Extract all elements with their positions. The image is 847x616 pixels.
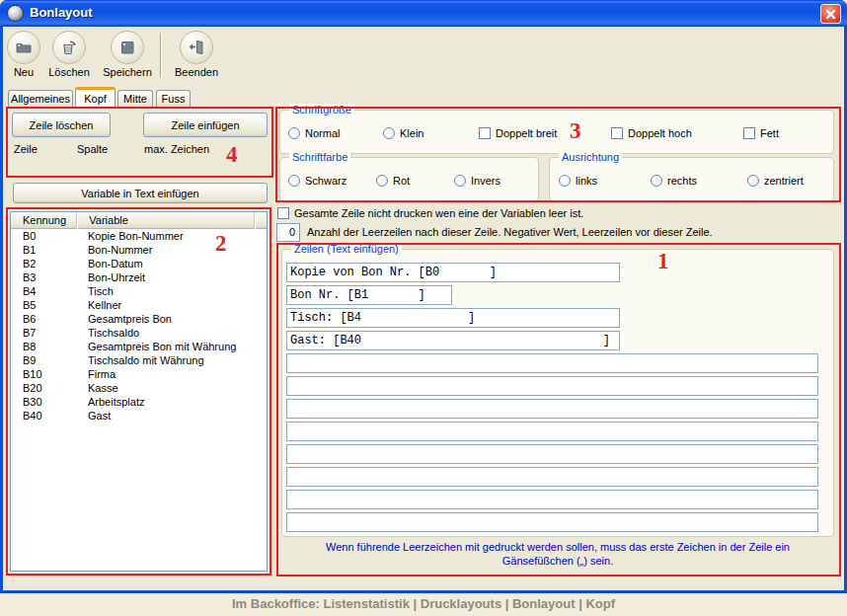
delete-line-button-label: Zeile löschen [30, 119, 94, 131]
tab-kopf[interactable]: Kopf [75, 87, 116, 107]
radio-invers[interactable]: Invers [454, 174, 500, 188]
delete-button-circle [52, 31, 86, 64]
insert-variable-button-label: Variable in Text einfügen [81, 188, 198, 199]
table-row[interactable]: B8Gesamtpreis Bon mit Währung [11, 340, 267, 353]
tab-mitte-label: Mitte [123, 93, 147, 105]
radio-normal[interactable]: Normal [288, 126, 340, 140]
line-field-2[interactable]: Bon Nr. [B1 ] [286, 285, 452, 305]
cell-variable: Tischsaldo mit Währung [78, 353, 204, 367]
radio-rechts[interactable]: rechts [651, 174, 697, 188]
radio-rot[interactable]: Rot [376, 174, 410, 188]
radio-klein-label: Klein [400, 127, 424, 139]
cell-kennung: B1 [11, 243, 78, 257]
new-button[interactable]: Neu [4, 31, 43, 78]
radio-normal-icon[interactable] [288, 127, 300, 139]
table-row[interactable]: B6Gesamtpreis Bon [11, 312, 267, 326]
max-chars-label: max. Zeichen [144, 143, 209, 155]
checkbox-fett-icon[interactable] [743, 127, 755, 139]
table-row[interactable]: B9Tischsaldo mit Währung [11, 353, 267, 367]
font-color-group-title: Schriftfarbe [289, 151, 350, 163]
radio-links-label: links [576, 175, 597, 187]
line-field-3[interactable]: Tisch: [B4 ] [286, 308, 620, 328]
table-row[interactable]: B4Tisch [11, 284, 267, 298]
cell-kennung: B6 [11, 312, 78, 326]
save-button[interactable]: Speichern [98, 31, 157, 78]
checkbox-fett[interactable]: Fett [743, 126, 779, 140]
table-row[interactable]: B30Arbeitsplatz [11, 395, 267, 409]
line-field-4[interactable]: Gast: [B40 ] [286, 331, 620, 350]
cell-kennung: B4 [11, 284, 78, 298]
table-row[interactable]: B1Bon-Nummer [11, 243, 267, 257]
blank-lines-input[interactable]: 0 [276, 223, 300, 242]
exit-button[interactable]: Beenden [166, 31, 227, 78]
cell-kennung: B2 [11, 257, 78, 270]
cell-variable: Bon-Datum [78, 257, 143, 270]
table-row[interactable]: B10Firma [11, 367, 267, 381]
checkbox-hide-empty-line-label: Gesamte Zeile nicht drucken wen eine der… [294, 207, 583, 219]
line-label: Zeile [14, 143, 38, 155]
line-field-5[interactable] [286, 353, 818, 373]
table-row[interactable]: B2Bon-Datum [11, 257, 267, 270]
table-row[interactable]: B20Kasse [11, 381, 267, 395]
variable-table-header[interactable]: Kennung Variable [11, 212, 267, 229]
close-button[interactable] [820, 4, 841, 24]
checkbox-doppelt-breit-icon[interactable] [479, 127, 491, 139]
variable-table-body: B0Kopie Bon-Nummer B1Bon-Nummer B2Bon-Da… [11, 229, 267, 423]
cell-kennung: B3 [11, 270, 78, 284]
checkbox-doppelt-hoch[interactable]: Doppelt hoch [611, 126, 692, 140]
line-field-8[interactable] [286, 422, 818, 441]
delete-line-button[interactable]: Zeile löschen [12, 113, 111, 137]
tab-fuss[interactable]: Fuss [156, 90, 191, 107]
cell-variable: Kopie Bon-Nummer [78, 229, 184, 243]
radio-links[interactable]: links [559, 174, 597, 188]
radio-schwarz[interactable]: Schwarz [288, 174, 346, 188]
tab-mitte[interactable]: Mitte [117, 90, 153, 107]
table-row[interactable]: B5Kellner [11, 298, 267, 312]
table-row[interactable]: B3Bon-Uhrzeit [11, 270, 267, 284]
header-variable[interactable]: Variable [77, 212, 255, 229]
line-field-10[interactable] [286, 467, 818, 487]
line-field-11[interactable] [286, 490, 818, 509]
title-bar: Bonlayout [0, 0, 847, 27]
lines-group-title: Zeilen (Text einfügen) [291, 243, 402, 255]
radio-invers-icon[interactable] [454, 175, 466, 187]
insert-line-button[interactable]: Zeile einfügen [143, 113, 268, 137]
tab-allgemeines[interactable]: Allgemeines [8, 90, 73, 107]
line-field-6[interactable] [286, 376, 818, 396]
font-color-group: Schriftfarbe Schwarz Rot Invers [279, 157, 539, 201]
tab-fuss-label: Fuss [162, 93, 186, 105]
cell-kennung: B30 [11, 395, 78, 409]
variable-table[interactable]: Kennung Variable B0Kopie Bon-Nummer B1Bo… [10, 211, 268, 572]
delete-button[interactable]: Löschen [43, 31, 95, 78]
radio-links-icon[interactable] [559, 175, 571, 187]
radio-klein[interactable]: Klein [383, 126, 424, 140]
line-field-7[interactable] [286, 399, 818, 419]
radio-rot-icon[interactable] [376, 175, 388, 187]
cell-kennung: B40 [11, 409, 78, 423]
radio-klein-icon[interactable] [383, 127, 395, 139]
table-row[interactable]: B0Kopie Bon-Nummer [11, 229, 267, 243]
line-field-1[interactable]: Kopie von Bon Nr. [B0 ] [286, 263, 620, 282]
radio-zentriert[interactable]: zentriert [747, 174, 804, 188]
header-kennung[interactable]: Kennung [11, 212, 77, 229]
checkbox-hide-empty-line[interactable]: Gesamte Zeile nicht drucken wen eine der… [277, 206, 583, 220]
cell-kennung: B7 [11, 326, 78, 340]
table-row[interactable]: B7Tischsaldo [11, 326, 267, 340]
line-field-12[interactable] [286, 512, 818, 532]
insert-variable-button[interactable]: Variable in Text einfügen [13, 183, 268, 203]
line-field-9[interactable] [286, 444, 818, 464]
annotation-number-4: 4 [226, 142, 238, 168]
column-label: Spalte [77, 143, 108, 155]
radio-rechts-icon[interactable] [651, 175, 662, 187]
table-row[interactable]: B40Gast [11, 409, 267, 423]
radio-schwarz-icon[interactable] [288, 175, 300, 187]
tab-allgemeines-label: Allgemeines [11, 93, 70, 105]
cell-variable: Gast [78, 409, 111, 423]
checkbox-doppelt-hoch-icon[interactable] [611, 127, 623, 139]
checkbox-doppelt-breit[interactable]: Doppelt breit [479, 126, 557, 140]
window-title: Bonlayout [30, 0, 93, 27]
radio-zentriert-icon[interactable] [747, 175, 759, 187]
cell-variable: Gesamtpreis Bon mit Währung [78, 340, 236, 353]
radio-invers-label: Invers [471, 175, 500, 187]
checkbox-hide-empty-line-icon[interactable] [277, 207, 289, 219]
